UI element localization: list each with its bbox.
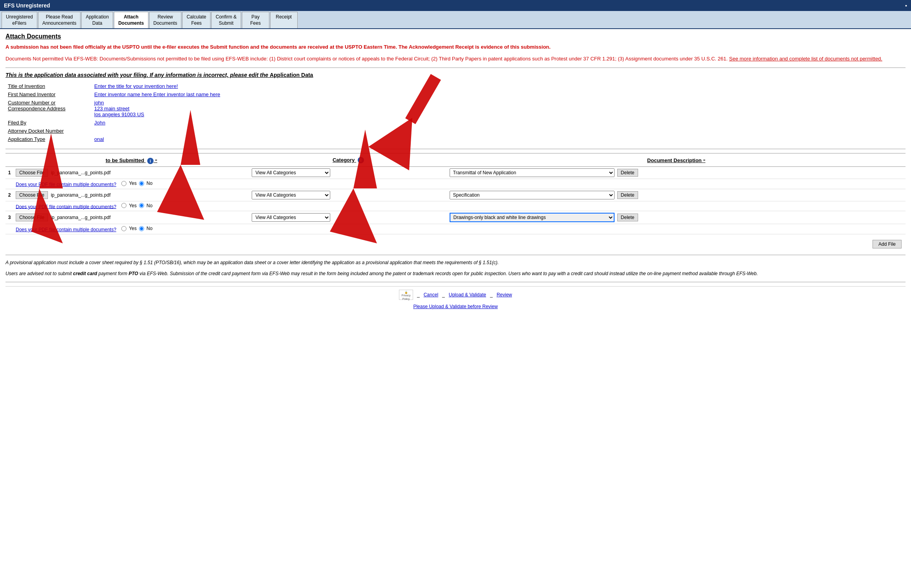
yes-no-group-1: Yes No [121,181,152,186]
tab-please-read-announcements[interactable]: Please ReadAnnouncements [38,12,81,28]
warning-text: A submission has not been filed official… [5,43,906,51]
yes-no-group-2: Yes No [121,203,152,208]
no-label-3: No [146,226,152,231]
col-header-num [5,153,13,167]
row-num-3: 3 [5,211,13,224]
doc-desc-select-2[interactable]: Specification Application Data Sheet Tra… [450,191,615,199]
category-cell-1: View All Categories Drawings Claims Abst… [249,167,447,179]
collapse-file-col[interactable]: - [155,156,157,164]
filed-by-label: Filed By [5,119,92,127]
category-select-2[interactable]: View All Categories Drawings Claims Abst… [252,191,330,199]
yes-label-1: Yes [129,181,137,186]
file-name-1: ip_panorama_...g_points.pdf [51,170,110,175]
delete-button-2[interactable]: Delete [617,191,638,199]
tab-unregistered-efilers[interactable]: UnregisteredeFilers [2,12,37,28]
col-header-file: to be Submitted i - [13,153,249,167]
multiple-docs-link-1[interactable]: Does your PDF file contain multiple docu… [16,182,116,187]
col-header-category: Category i [249,153,447,167]
tab-review-documents[interactable]: ReviewDocuments [149,12,182,28]
application-data-link[interactable]: Application Data [270,72,313,78]
info-icon-file[interactable]: i [147,158,154,164]
no-radio-2[interactable] [139,203,144,208]
row-num-1: 1 [5,167,13,179]
filed-by-value[interactable]: John [94,120,105,126]
file-cell-1: Choose File ip_panorama_...g_points.pdf [13,167,249,179]
application-data-table: Title of Invention Enter the title for y… [5,82,906,143]
multiple-docs-row-3: Does your PDF file contain multiple docu… [5,224,906,234]
tab-application-data[interactable]: ApplicationData [81,12,113,28]
docket-label: Attorney Docket Number [5,127,92,135]
yes-radio-1[interactable] [121,181,126,186]
collapse-desc-col[interactable]: - [703,156,705,164]
inventor-label: First Named Inventor [5,90,92,99]
yes-radio-2[interactable] [121,203,126,208]
app-type-value[interactable]: onal [94,136,104,142]
divider-2 [5,149,906,149]
table-row: 2 Choose File ip_panorama_...g_points.pd… [5,189,906,201]
desc-cell-3: Drawings-only black and white line drawi… [447,211,906,224]
app-data-row-inventor: First Named Inventor Enter inventor name… [5,90,906,99]
upload-validate-link[interactable]: Upload & Validate [449,292,486,298]
multiple-docs-row-1: Does your PDF file contain multiple docu… [5,179,906,189]
desc-cell-2: Specification Application Data Sheet Tra… [447,189,906,201]
row-num-2: 2 [5,189,13,201]
doc-desc-select-1[interactable]: Transmittal of New Application Applicati… [450,168,615,177]
title-label: Title of Invention [5,82,92,90]
multiple-docs-cell-1: Does your PDF file contain multiple docu… [13,179,906,189]
cancel-link[interactable]: Cancel [424,292,438,298]
review-link[interactable]: Review [497,292,512,298]
yes-no-group-3: Yes No [121,226,152,231]
customer-line-3[interactable]: los angeles 91003 US [94,111,144,117]
upload-validate-before-review-link[interactable]: Please Upload & Validate before Review [5,304,906,309]
yes-radio-3[interactable] [121,226,126,231]
main-content: Attach Documents A submission has not be… [0,29,911,313]
file-cell-2: Choose File ip_panorama_...g_points.pdf [13,189,249,201]
doc-desc-select-3[interactable]: Drawings-only black and white line drawi… [450,213,615,222]
see-more-link[interactable]: See more information and complete list o… [729,56,882,62]
divider-4 [5,282,906,282]
category-cell-2: View All Categories Drawings Claims Abst… [249,189,447,201]
add-file-button[interactable]: Add File [873,240,902,248]
window-title: EFS Unregistered [4,2,50,9]
bottom-bar: 🔒PrivacyPolicy _ Cancel _ Upload & Valid… [5,286,906,303]
delete-button-3[interactable]: Delete [617,214,638,221]
multiple-docs-cell-2: Does your PDF file contain multiple docu… [13,201,906,211]
tab-attach-documents[interactable]: AttachDocuments [114,12,148,28]
choose-file-button-3[interactable]: Choose File [16,214,48,221]
title-bar: EFS Unregistered ▪ [0,0,911,11]
close-icon[interactable]: ▪ [905,2,907,9]
table-row: 1 Choose File ip_panorama_...g_points.pd… [5,167,906,179]
footnote: A provisional application must include a… [5,259,906,266]
category-select-3[interactable]: View All Categories Drawings Claims Abst… [252,213,330,222]
tab-confirm-submit[interactable]: Confirm &Submit [211,12,241,28]
table-row: 3 Choose File ip_panorama_...g_points.pd… [5,211,906,224]
multiple-docs-link-2[interactable]: Does your PDF file contain multiple docu… [16,204,116,209]
category-cell-3: View All Categories Drawings Claims Abst… [249,211,447,224]
no-radio-3[interactable] [139,226,144,231]
title-value[interactable]: Enter the title for your invention here! [94,83,178,89]
tab-receipt[interactable]: Receipt [270,12,298,28]
info-icon-category[interactable]: i [358,157,364,163]
customer-line-2[interactable]: 123 main street [94,106,130,111]
customer-line-1[interactable]: john [94,100,104,106]
no-label-2: No [146,203,152,208]
category-select-1[interactable]: View All Categories Drawings Claims Abst… [252,168,330,177]
multiple-docs-link-3[interactable]: Does your PDF file contain multiple docu… [16,227,116,232]
tab-calculate-fees[interactable]: CalculateFees [182,12,210,28]
inventor-value[interactable]: Enter inventor name here Enter inventor … [94,91,220,97]
add-file-row: Add File [5,237,906,251]
choose-file-button-2[interactable]: Choose File [16,191,48,199]
privacy-policy-icon[interactable]: 🔒PrivacyPolicy [399,290,413,300]
nav-tabs: UnregisteredeFilers Please ReadAnnouncem… [0,11,911,29]
multiple-docs-cell-3: Does your PDF file contain multiple docu… [13,224,906,234]
delete-button-1[interactable]: Delete [617,169,638,177]
divider-3 [5,255,906,255]
choose-file-button-1[interactable]: Choose File [16,169,48,177]
no-radio-1[interactable] [139,181,144,186]
tab-pay-fees[interactable]: PayFees [242,12,269,28]
app-data-row-docket: Attorney Docket Number [5,127,906,135]
customer-label: Customer Number orCorrespondence Address [5,99,92,119]
desc-cell-1: Transmittal of New Application Applicati… [447,167,906,179]
app-data-row-type: Application Type onal [5,135,906,143]
app-data-row-customer: Customer Number orCorrespondence Address… [5,99,906,119]
